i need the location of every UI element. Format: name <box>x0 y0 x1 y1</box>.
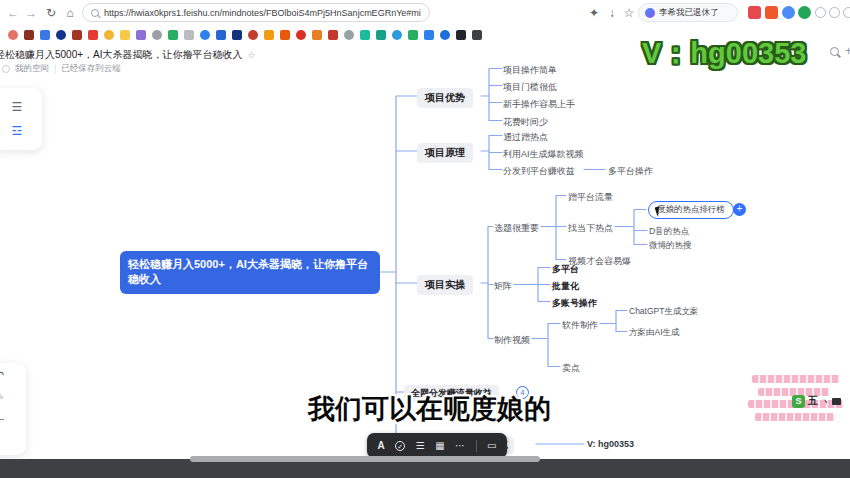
mindmap-node[interactable]: 项目操作简单 <box>503 64 557 77</box>
ime-comma-icon: ヽ <box>821 396 829 407</box>
favorite-star-icon[interactable]: ☆ <box>248 50 256 60</box>
mindmap-node[interactable]: 项目优势 <box>417 88 473 108</box>
mindmap-node[interactable]: 找当下热点 <box>568 222 613 235</box>
redo-icon[interactable]: ↷ <box>0 391 4 404</box>
image-icon[interactable]: ▦ <box>435 441 444 451</box>
add-child-button[interactable]: + <box>733 203 746 216</box>
fit-screen-icon[interactable]: ⇠ <box>0 413 4 426</box>
ime-statusbar[interactable]: S 五 ヽ <box>792 394 841 408</box>
check-icon[interactable]: ✓ <box>395 441 405 451</box>
video-watermark: V：hg00353 <box>642 34 806 74</box>
mindmap-node[interactable]: 花费时间少 <box>503 116 548 129</box>
mindmap-node[interactable]: 制作视频 <box>494 334 530 347</box>
comment-icon[interactable]: ▭ <box>487 441 496 451</box>
mindmap-view-icon[interactable]: ☲ <box>12 124 23 138</box>
undo-icon[interactable]: ↶ <box>0 369 4 382</box>
screen: ← → ↻ ⌂ https://hwiax0kprs1.feishu.cn/mi… <box>0 0 850 478</box>
mindmap-node[interactable]: 选题很重要 <box>494 222 539 235</box>
mindmap-node[interactable]: 分发到平台赚收益 <box>503 165 575 178</box>
mindmap-node[interactable]: 项目实操 <box>417 275 473 295</box>
toolbar-divider <box>476 440 477 452</box>
video-subtitle: 我们可以在呃度娘的 <box>308 391 551 427</box>
space-icon <box>2 65 10 73</box>
more-icon[interactable]: ⋯ <box>455 441 465 451</box>
mindmap-node[interactable]: 卖点 <box>562 362 580 375</box>
scrollbar-thumb[interactable] <box>190 456 540 462</box>
list-edit-icon[interactable]: ☰ <box>416 441 425 451</box>
undo-zoom-panel: ↶ ↷ ⇠ 100% <box>0 363 26 455</box>
mindmap-node[interactable]: 蹭平台流量 <box>568 191 613 204</box>
mindmap-node[interactable]: 软件制作 <box>562 319 598 332</box>
add-node-icon[interactable]: + <box>845 46 850 56</box>
keyboard-icon[interactable] <box>832 398 841 405</box>
view-mode-panel: ☰ ☲ <box>0 88 42 150</box>
doc-title: 轻松稳赚月入5000+，AI大杀器揭晓，让你撸平台稳收入 <box>0 49 243 60</box>
save-status: 已经保存到云端 <box>61 63 121 75</box>
mindmap-node[interactable]: 多平台操作 <box>608 165 653 178</box>
mindmap-node[interactable]: ChatGPT生成文案 <box>629 306 698 318</box>
mindmap-node[interactable]: 项目原理 <box>417 143 473 163</box>
mindmap-node[interactable]: 项目门槛很低 <box>503 81 557 94</box>
ime-logo-icon: S <box>792 395 805 408</box>
search-node-icon[interactable] <box>830 47 839 56</box>
mindmap-node[interactable]: 利用AI生成爆款视频 <box>503 148 584 161</box>
breadcrumb-space[interactable]: 我的空间 <box>15 63 49 75</box>
mindmap-node[interactable]: 矩阵 <box>494 280 512 293</box>
pink-watermark-line <box>755 413 835 421</box>
mindmap-node[interactable]: 批量化 <box>552 280 579 293</box>
mindmap-node[interactable]: D音的热点 <box>649 226 689 238</box>
text-style-icon[interactable]: A <box>377 441 384 451</box>
doc-title-row: 轻松稳赚月入5000+，AI大杀器揭晓，让你撸平台稳收入☆ <box>0 48 256 62</box>
mindmap-node[interactable]: 微博的热搜 <box>649 240 692 252</box>
mindmap-node[interactable]: 多账号操作 <box>552 297 597 310</box>
mindmap-node[interactable]: 方案由AI生成 <box>629 327 680 339</box>
divider: | <box>54 64 56 74</box>
outline-view-icon[interactable]: ☰ <box>12 100 23 114</box>
mindmap-node[interactable]: V: hg00353 <box>587 439 634 449</box>
canvas-tools: + <box>830 46 850 56</box>
ime-mode-label: 五 <box>808 394 818 408</box>
mindmap-node[interactable]: 通过蹭热点 <box>503 131 548 144</box>
pink-watermark-line <box>752 375 840 383</box>
doc-breadcrumb: 我的空间 | 已经保存到云端 <box>2 63 121 75</box>
annotation-toolbar: A ✓ ☰ ▦ ⋯ ▭ <box>367 433 507 458</box>
mindmap-root-node[interactable]: 轻松稳赚月入5000+，AI大杀器揭晓，让你撸平台稳收入 <box>120 251 380 294</box>
mindmap-node[interactable]: 新手操作容易上手 <box>503 98 575 111</box>
mindmap-node[interactable]: 多平台 <box>552 263 579 276</box>
